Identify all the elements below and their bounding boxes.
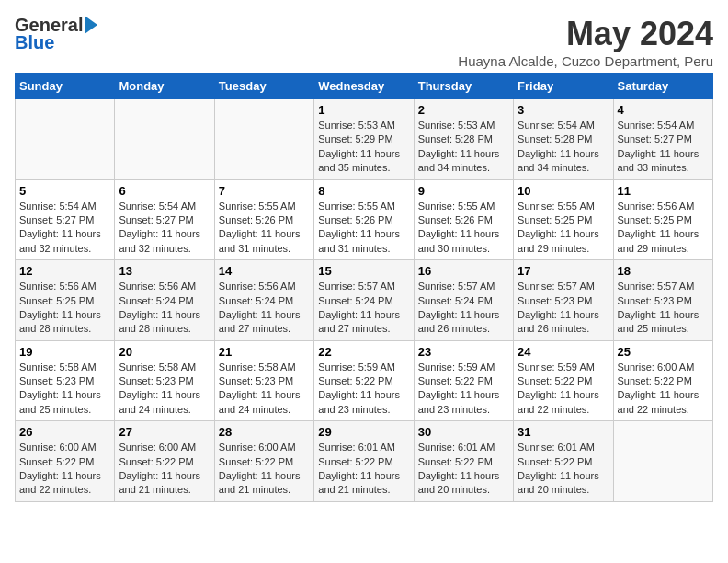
- calendar-cell: 13Sunrise: 5:56 AM Sunset: 5:24 PM Dayli…: [115, 260, 214, 341]
- month-title: May 2024: [458, 15, 713, 53]
- days-header-row: SundayMondayTuesdayWednesdayThursdayFrid…: [16, 74, 713, 99]
- calendar-cell: 14Sunrise: 5:56 AM Sunset: 5:24 PM Dayli…: [214, 260, 313, 341]
- day-info: Sunrise: 5:57 AM Sunset: 5:23 PM Dayligh…: [618, 280, 709, 337]
- day-info: Sunrise: 5:55 AM Sunset: 5:26 PM Dayligh…: [318, 200, 409, 257]
- calendar-cell: 25Sunrise: 6:00 AM Sunset: 5:22 PM Dayli…: [613, 340, 712, 421]
- day-info: Sunrise: 5:57 AM Sunset: 5:23 PM Dayligh…: [518, 280, 609, 337]
- day-number: 31: [518, 425, 609, 439]
- calendar-cell: 7Sunrise: 5:55 AM Sunset: 5:26 PM Daylig…: [214, 179, 313, 260]
- calendar-cell: 24Sunrise: 5:59 AM Sunset: 5:22 PM Dayli…: [514, 340, 613, 421]
- calendar-cell: 12Sunrise: 5:56 AM Sunset: 5:25 PM Dayli…: [16, 260, 115, 341]
- day-number: 24: [518, 345, 609, 359]
- day-info: Sunrise: 6:01 AM Sunset: 5:22 PM Dayligh…: [518, 441, 609, 498]
- calendar-week-row: 12Sunrise: 5:56 AM Sunset: 5:25 PM Dayli…: [16, 260, 713, 341]
- calendar-week-row: 19Sunrise: 5:58 AM Sunset: 5:23 PM Dayli…: [16, 340, 713, 421]
- day-number: 26: [19, 425, 110, 439]
- day-number: 25: [618, 345, 709, 359]
- day-info: Sunrise: 5:53 AM Sunset: 5:29 PM Dayligh…: [318, 119, 409, 176]
- page-header: General Blue May 2024 Huayna Alcalde, Cu…: [15, 15, 713, 69]
- calendar-cell: 11Sunrise: 5:56 AM Sunset: 5:25 PM Dayli…: [613, 179, 712, 260]
- calendar-week-row: 5Sunrise: 5:54 AM Sunset: 5:27 PM Daylig…: [16, 179, 713, 260]
- calendar-week-row: 26Sunrise: 6:00 AM Sunset: 5:22 PM Dayli…: [16, 421, 713, 502]
- day-number: 3: [518, 103, 609, 117]
- calendar-cell: 2Sunrise: 5:53 AM Sunset: 5:28 PM Daylig…: [414, 99, 513, 180]
- day-info: Sunrise: 6:00 AM Sunset: 5:22 PM Dayligh…: [618, 361, 709, 418]
- day-info: Sunrise: 5:58 AM Sunset: 5:23 PM Dayligh…: [219, 361, 310, 418]
- day-number: 13: [119, 264, 210, 278]
- calendar-cell: 5Sunrise: 5:54 AM Sunset: 5:27 PM Daylig…: [16, 179, 115, 260]
- day-header-tuesday: Tuesday: [214, 74, 313, 99]
- day-header-monday: Monday: [115, 74, 214, 99]
- day-info: Sunrise: 6:00 AM Sunset: 5:22 PM Dayligh…: [119, 441, 210, 498]
- day-header-saturday: Saturday: [613, 74, 712, 99]
- day-info: Sunrise: 5:56 AM Sunset: 5:25 PM Dayligh…: [618, 200, 709, 257]
- day-number: 30: [418, 425, 509, 439]
- day-info: Sunrise: 5:58 AM Sunset: 5:23 PM Dayligh…: [19, 361, 110, 418]
- calendar-header: SundayMondayTuesdayWednesdayThursdayFrid…: [16, 74, 713, 99]
- calendar-week-row: 1Sunrise: 5:53 AM Sunset: 5:29 PM Daylig…: [16, 99, 713, 180]
- day-info: Sunrise: 5:54 AM Sunset: 5:27 PM Dayligh…: [119, 200, 210, 257]
- calendar-cell: [16, 99, 115, 180]
- day-number: 18: [618, 264, 709, 278]
- calendar-cell: [115, 99, 214, 180]
- day-header-thursday: Thursday: [414, 74, 513, 99]
- calendar-cell: 22Sunrise: 5:59 AM Sunset: 5:22 PM Dayli…: [314, 340, 414, 421]
- day-info: Sunrise: 5:56 AM Sunset: 5:24 PM Dayligh…: [119, 280, 210, 337]
- day-info: Sunrise: 5:54 AM Sunset: 5:27 PM Dayligh…: [618, 119, 709, 176]
- calendar-cell: [214, 99, 313, 180]
- day-info: Sunrise: 6:01 AM Sunset: 5:22 PM Dayligh…: [318, 441, 409, 498]
- calendar-cell: 28Sunrise: 6:00 AM Sunset: 5:22 PM Dayli…: [214, 421, 313, 502]
- day-info: Sunrise: 5:59 AM Sunset: 5:22 PM Dayligh…: [418, 361, 509, 418]
- day-number: 27: [119, 425, 210, 439]
- day-info: Sunrise: 5:53 AM Sunset: 5:28 PM Dayligh…: [418, 119, 509, 176]
- day-info: Sunrise: 5:55 AM Sunset: 5:26 PM Dayligh…: [219, 200, 310, 257]
- day-number: 7: [219, 184, 310, 198]
- day-info: Sunrise: 5:59 AM Sunset: 5:22 PM Dayligh…: [518, 361, 609, 418]
- calendar-cell: 20Sunrise: 5:58 AM Sunset: 5:23 PM Dayli…: [115, 340, 214, 421]
- day-info: Sunrise: 5:59 AM Sunset: 5:22 PM Dayligh…: [318, 361, 409, 418]
- calendar-cell: 1Sunrise: 5:53 AM Sunset: 5:29 PM Daylig…: [314, 99, 414, 180]
- day-number: 10: [518, 184, 609, 198]
- calendar-cell: 18Sunrise: 5:57 AM Sunset: 5:23 PM Dayli…: [613, 260, 712, 341]
- day-number: 6: [119, 184, 210, 198]
- day-number: 12: [19, 264, 110, 278]
- day-info: Sunrise: 6:00 AM Sunset: 5:22 PM Dayligh…: [19, 441, 110, 498]
- day-number: 17: [518, 264, 609, 278]
- day-number: 23: [418, 345, 509, 359]
- day-number: 21: [219, 345, 310, 359]
- day-info: Sunrise: 5:54 AM Sunset: 5:28 PM Dayligh…: [518, 119, 609, 176]
- day-number: 1: [318, 103, 409, 117]
- calendar-cell: 27Sunrise: 6:00 AM Sunset: 5:22 PM Dayli…: [115, 421, 214, 502]
- day-number: 15: [318, 264, 409, 278]
- calendar-cell: 29Sunrise: 6:01 AM Sunset: 5:22 PM Dayli…: [314, 421, 414, 502]
- logo-text-block: General Blue: [15, 15, 97, 53]
- calendar-cell: 30Sunrise: 6:01 AM Sunset: 5:22 PM Dayli…: [414, 421, 513, 502]
- day-number: 29: [318, 425, 409, 439]
- day-number: 5: [19, 184, 110, 198]
- logo-arrow-icon: [85, 16, 97, 34]
- day-number: 9: [418, 184, 509, 198]
- calendar-cell: [613, 421, 712, 502]
- day-header-wednesday: Wednesday: [314, 74, 414, 99]
- day-number: 20: [119, 345, 210, 359]
- logo: General Blue: [15, 15, 97, 53]
- calendar-cell: 9Sunrise: 5:55 AM Sunset: 5:26 PM Daylig…: [414, 179, 513, 260]
- day-header-friday: Friday: [514, 74, 613, 99]
- day-info: Sunrise: 5:57 AM Sunset: 5:24 PM Dayligh…: [418, 280, 509, 337]
- day-number: 4: [618, 103, 709, 117]
- location-subtitle: Huayna Alcalde, Cuzco Department, Peru: [458, 53, 713, 69]
- calendar-cell: 26Sunrise: 6:00 AM Sunset: 5:22 PM Dayli…: [16, 421, 115, 502]
- calendar-cell: 15Sunrise: 5:57 AM Sunset: 5:24 PM Dayli…: [314, 260, 414, 341]
- day-info: Sunrise: 5:57 AM Sunset: 5:24 PM Dayligh…: [318, 280, 409, 337]
- day-header-sunday: Sunday: [16, 74, 115, 99]
- calendar-cell: 17Sunrise: 5:57 AM Sunset: 5:23 PM Dayli…: [514, 260, 613, 341]
- day-info: Sunrise: 5:55 AM Sunset: 5:25 PM Dayligh…: [518, 200, 609, 257]
- day-info: Sunrise: 5:56 AM Sunset: 5:24 PM Dayligh…: [219, 280, 310, 337]
- day-info: Sunrise: 5:58 AM Sunset: 5:23 PM Dayligh…: [119, 361, 210, 418]
- day-number: 11: [618, 184, 709, 198]
- calendar-cell: 3Sunrise: 5:54 AM Sunset: 5:28 PM Daylig…: [514, 99, 613, 180]
- day-number: 16: [418, 264, 509, 278]
- day-info: Sunrise: 6:01 AM Sunset: 5:22 PM Dayligh…: [418, 441, 509, 498]
- day-number: 22: [318, 345, 409, 359]
- day-info: Sunrise: 5:54 AM Sunset: 5:27 PM Dayligh…: [19, 200, 110, 257]
